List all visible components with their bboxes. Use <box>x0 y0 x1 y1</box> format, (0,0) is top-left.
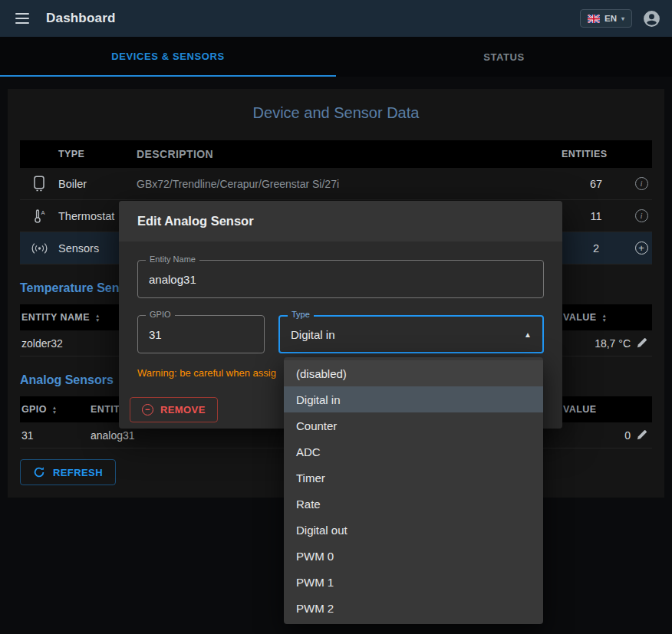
entity-name-input[interactable] <box>149 273 532 286</box>
gpio-field: GPIO <box>137 315 265 353</box>
language-label: EN <box>604 14 617 23</box>
entity-name-field: Entity Name <box>137 260 544 298</box>
user-avatar-icon <box>642 9 661 28</box>
dropdown-option[interactable]: Digital in <box>284 386 543 412</box>
remove-circle-icon: − <box>142 404 153 416</box>
entity-name-label: Entity Name <box>146 255 199 264</box>
refresh-label: REFRESH <box>53 467 103 478</box>
edit-button[interactable] <box>636 337 647 349</box>
device-entities: 11 <box>562 210 631 222</box>
remove-label: REMOVE <box>160 404 206 416</box>
type-selected-value: Digital in <box>291 328 524 341</box>
gpio-input[interactable] <box>149 328 253 341</box>
type-label: Type <box>288 310 314 319</box>
device-type: Boiler <box>58 178 137 190</box>
refresh-icon <box>33 466 45 478</box>
type-select[interactable]: Type Digital in ▲ <box>278 315 544 353</box>
tab-status[interactable]: STATUS <box>336 37 672 77</box>
language-selector[interactable]: EN ▾ <box>580 9 632 28</box>
edit-button[interactable] <box>636 429 647 441</box>
dropdown-option[interactable]: (disabled) <box>284 360 543 386</box>
sensor-gpio: 31 <box>20 429 91 442</box>
uk-flag-icon <box>588 15 600 23</box>
add-icon: + <box>635 241 648 255</box>
add-button[interactable]: + <box>635 241 648 255</box>
tab-devices-sensors[interactable]: DEVICES & SENSORS <box>0 37 336 77</box>
thermostat-icon: A <box>32 208 47 224</box>
dropdown-option[interactable]: Rate <box>284 491 543 517</box>
pencil-icon <box>636 337 647 349</box>
sort-icon[interactable]: ▲▼ <box>52 406 58 415</box>
info-icon: i <box>635 177 648 190</box>
header-gpio: GPIO <box>21 404 47 415</box>
device-table-header: TYPE DESCRIPTION ENTITIES <box>20 140 652 168</box>
boiler-icon <box>32 176 46 192</box>
menu-button[interactable] <box>11 7 34 30</box>
sensor-value: 18,7 °C <box>563 337 631 350</box>
remove-button[interactable]: − REMOVE <box>130 397 218 422</box>
dropdown-option[interactable]: Timer <box>284 465 543 491</box>
header-entity-name: ENTITY NAME <box>21 312 90 323</box>
user-menu-button[interactable] <box>642 9 661 28</box>
header-value: VALUE <box>563 404 631 415</box>
app-header: Dashboard EN ▾ <box>0 0 672 37</box>
sort-icon[interactable]: ▲▼ <box>601 314 607 323</box>
dropdown-option[interactable]: PWM 1 <box>284 569 543 595</box>
app-title: Dashboard <box>46 11 116 26</box>
dropdown-option[interactable]: Counter <box>284 412 543 439</box>
svg-text:A: A <box>41 209 44 216</box>
sensors-icon <box>31 241 48 255</box>
info-icon: i <box>635 209 648 222</box>
dropdown-option[interactable]: PWM 0 <box>284 543 543 569</box>
chevron-down-icon: ▾ <box>621 15 624 22</box>
info-button[interactable]: i <box>635 177 648 190</box>
topbar-actions: EN ▾ <box>580 9 661 28</box>
sensor-value: 0 <box>563 429 631 442</box>
device-entities: 67 <box>562 178 631 190</box>
header-description: DESCRIPTION <box>137 148 562 160</box>
dialog-title: Edit Analog Sensor <box>119 201 562 241</box>
gpio-label: GPIO <box>146 310 175 319</box>
chevron-up-icon: ▲ <box>524 330 532 339</box>
table-row-boiler[interactable]: Boiler GBx72/Trendline/Cerapur/Greenstar… <box>20 168 652 200</box>
dropdown-option[interactable]: PWM 2 <box>284 595 543 621</box>
header-type: TYPE <box>58 149 137 159</box>
page-title: Device and Sensor Data <box>20 104 652 122</box>
device-entities: 2 <box>562 242 631 255</box>
dropdown-option[interactable]: Digital out <box>284 517 543 543</box>
dropdown-option[interactable]: ADC <box>284 439 543 465</box>
type-dropdown-menu: (disabled) Digital in Counter ADC Timer … <box>284 357 543 624</box>
header-entities: ENTITIES <box>562 149 631 159</box>
tab-bar: DEVICES & SENSORS STATUS <box>0 37 672 77</box>
header-value: VALUE <box>563 312 596 323</box>
device-description: GBx72/Trendline/Cerapur/Greenstar Si/27i <box>137 178 562 190</box>
hamburger-icon <box>15 13 29 24</box>
refresh-button[interactable]: REFRESH <box>20 459 116 485</box>
pencil-icon <box>636 429 647 441</box>
info-button[interactable]: i <box>635 209 648 222</box>
sort-icon[interactable]: ▲▼ <box>95 314 100 323</box>
